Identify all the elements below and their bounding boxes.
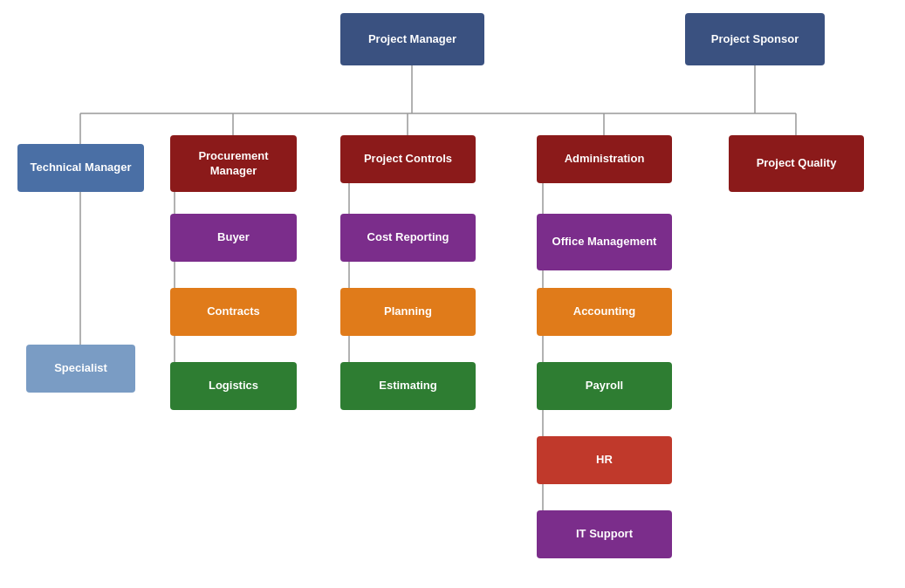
payroll-node: Payroll: [537, 362, 672, 410]
accounting-node: Accounting: [537, 288, 672, 336]
hr-node: HR: [537, 436, 672, 484]
buyer-node: Buyer: [170, 214, 297, 262]
org-chart: Project Manager Project Sponsor Technica…: [0, 0, 905, 588]
administration-node: Administration: [537, 135, 672, 183]
project-manager-node: Project Manager: [340, 13, 484, 65]
technical-manager-node: Technical Manager: [17, 144, 144, 192]
planning-node: Planning: [340, 288, 476, 336]
office-management-node: Office Management: [537, 214, 672, 270]
project-quality-node: Project Quality: [729, 135, 864, 192]
cost-reporting-node: Cost Reporting: [340, 214, 476, 262]
project-sponsor-node: Project Sponsor: [685, 13, 825, 65]
project-controls-node: Project Controls: [340, 135, 476, 183]
estimating-node: Estimating: [340, 362, 476, 410]
logistics-node: Logistics: [170, 362, 297, 410]
specialist-node: Specialist: [26, 345, 135, 393]
it-support-node: IT Support: [537, 510, 672, 558]
contracts-node: Contracts: [170, 288, 297, 336]
procurement-manager-node: Procurement Manager: [170, 135, 297, 192]
